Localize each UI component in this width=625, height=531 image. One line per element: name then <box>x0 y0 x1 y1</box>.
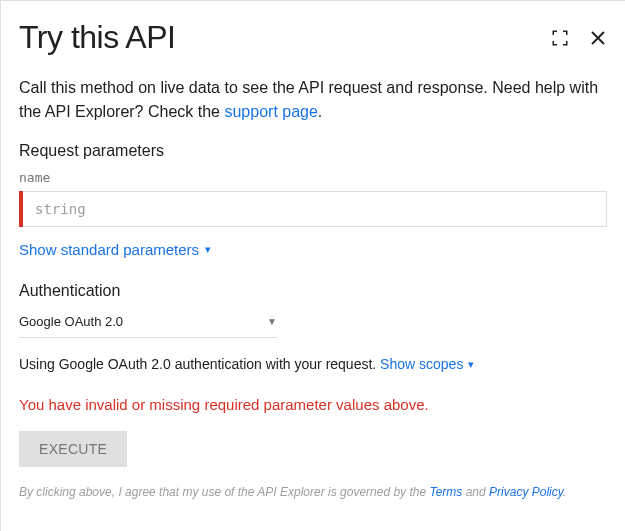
auth-section: Authentication Google OAuth 2.0 ▼ Using … <box>19 282 607 372</box>
try-api-panel: Try this API Call this method on live da… <box>1 1 625 509</box>
show-scopes-label: Show scopes <box>380 356 463 372</box>
request-params-heading: Request parameters <box>19 142 607 160</box>
param-input-wrapper <box>19 191 607 227</box>
privacy-link[interactable]: Privacy Policy <box>489 485 563 499</box>
auth-description: Using Google OAuth 2.0 authentication wi… <box>19 356 607 372</box>
param-name-input[interactable] <box>23 191 607 227</box>
description-text: Call this method on live data to see the… <box>19 76 607 124</box>
chevron-down-icon: ▾ <box>468 358 474 371</box>
footer-before: By clicking above, I agree that my use o… <box>19 485 429 499</box>
description-suffix: . <box>318 103 322 120</box>
footer-disclaimer: By clicking above, I agree that my use o… <box>19 485 607 499</box>
auth-text-content: Using Google OAuth 2.0 authentication wi… <box>19 356 380 372</box>
header-actions <box>551 29 607 47</box>
auth-select[interactable]: Google OAuth 2.0 ▼ <box>19 310 277 338</box>
footer-and: and <box>462 485 489 499</box>
terms-link[interactable]: Terms <box>429 485 462 499</box>
panel-header: Try this API <box>19 19 607 56</box>
auth-select-value: Google OAuth 2.0 <box>19 314 123 329</box>
chevron-down-icon: ▾ <box>205 243 211 256</box>
support-page-link[interactable]: support page <box>224 103 317 120</box>
auth-heading: Authentication <box>19 282 607 300</box>
show-standard-parameters-link[interactable]: Show standard parameters ▾ <box>19 241 211 258</box>
param-name-label: name <box>19 170 607 185</box>
footer-after: . <box>563 485 566 499</box>
show-scopes-link[interactable]: Show scopes▾ <box>380 356 474 372</box>
show-standard-label: Show standard parameters <box>19 241 199 258</box>
panel-title: Try this API <box>19 19 175 56</box>
execute-button[interactable]: EXECUTE <box>19 431 127 467</box>
caret-down-icon: ▼ <box>267 316 277 327</box>
close-icon[interactable] <box>589 29 607 47</box>
validation-error: You have invalid or missing required par… <box>19 396 607 413</box>
fullscreen-icon[interactable] <box>551 29 569 47</box>
